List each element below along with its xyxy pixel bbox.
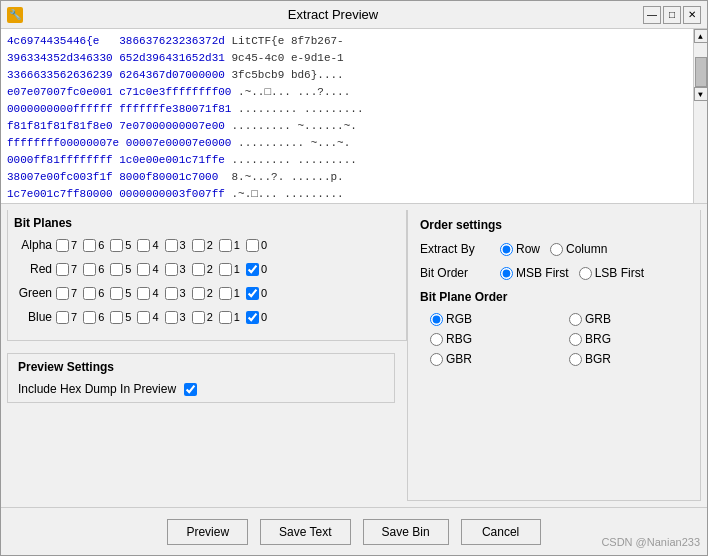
bit-cb-blue-5: 5	[110, 311, 131, 324]
bit-cb-alpha-2: 2	[192, 239, 213, 252]
checkbox-red-4[interactable]	[137, 263, 150, 276]
bit-label-blue-6: 6	[98, 311, 104, 323]
checkbox-blue-0[interactable]	[246, 311, 259, 324]
extract-row-option: Row	[500, 242, 540, 256]
save-bin-button[interactable]: Save Bin	[363, 519, 449, 545]
main-window: 🔧 Extract Preview — □ ✕ 4c6974435446{e 3…	[0, 0, 708, 556]
checkbox-green-7[interactable]	[56, 287, 69, 300]
bit-plane-radio-bgr[interactable]	[569, 353, 582, 366]
bit-plane-option-gbr: GBR	[430, 352, 549, 366]
checkbox-alpha-4[interactable]	[137, 239, 150, 252]
bit-plane-radio-brg[interactable]	[569, 333, 582, 346]
bit-plane-radio-rgb[interactable]	[430, 313, 443, 326]
checkbox-alpha-6[interactable]	[83, 239, 96, 252]
bit-plane-label-rgb: RGB	[446, 312, 472, 326]
checkbox-green-0[interactable]	[246, 287, 259, 300]
bit-plane-label-gbr: GBR	[446, 352, 472, 366]
bit-plane-radio-gbr[interactable]	[430, 353, 443, 366]
checkbox-blue-2[interactable]	[192, 311, 205, 324]
scroll-down-button[interactable]: ▼	[694, 87, 708, 101]
bit-label-green-0: 0	[261, 287, 267, 299]
extract-row-radio[interactable]	[500, 243, 513, 256]
bit-label-alpha-4: 4	[152, 239, 158, 251]
hex-scrollbar[interactable]: ▲ ▼	[693, 29, 707, 203]
checkbox-red-6[interactable]	[83, 263, 96, 276]
bit-label-green-4: 4	[152, 287, 158, 299]
checkbox-red-2[interactable]	[192, 263, 205, 276]
checkbox-alpha-1[interactable]	[219, 239, 232, 252]
checkbox-blue-4[interactable]	[137, 311, 150, 324]
bit-label-alpha-1: 1	[234, 239, 240, 251]
bit-label-alpha-7: 7	[71, 239, 77, 251]
hex-dump-checkbox[interactable]	[184, 383, 197, 396]
checkbox-alpha-0[interactable]	[246, 239, 259, 252]
checkbox-green-2[interactable]	[192, 287, 205, 300]
channel-label-red: Red	[14, 262, 52, 276]
checkbox-blue-6[interactable]	[83, 311, 96, 324]
preview-button[interactable]: Preview	[167, 519, 248, 545]
checkbox-blue-3[interactable]	[165, 311, 178, 324]
bit-cb-red-4: 4	[137, 263, 158, 276]
bit-order-label: Bit Order	[420, 266, 490, 280]
lsb-first-radio[interactable]	[579, 267, 592, 280]
checkbox-alpha-2[interactable]	[192, 239, 205, 252]
bit-label-green-5: 5	[125, 287, 131, 299]
order-settings-title: Order settings	[420, 218, 688, 232]
bit-plane-radio-rbg[interactable]	[430, 333, 443, 346]
checkbox-alpha-5[interactable]	[110, 239, 123, 252]
checkbox-green-3[interactable]	[165, 287, 178, 300]
bit-cb-green-7: 7	[56, 287, 77, 300]
scroll-up-button[interactable]: ▲	[694, 29, 708, 43]
channel-row-alpha: Alpha76543210	[14, 238, 400, 252]
checkbox-green-4[interactable]	[137, 287, 150, 300]
checkbox-blue-7[interactable]	[56, 311, 69, 324]
extract-column-radio[interactable]	[550, 243, 563, 256]
checkbox-alpha-7[interactable]	[56, 239, 69, 252]
bit-cb-green-2: 2	[192, 287, 213, 300]
scroll-thumb[interactable]	[695, 57, 707, 87]
bit-plane-order-section: Bit Plane Order RGBGRBRBGBRGGBRBGR	[420, 290, 688, 366]
checkbox-red-3[interactable]	[165, 263, 178, 276]
msb-first-label: MSB First	[516, 266, 569, 280]
bit-label-red-3: 3	[180, 263, 186, 275]
bit-cb-red-3: 3	[165, 263, 186, 276]
bit-plane-label-grb: GRB	[585, 312, 611, 326]
checkbox-red-0[interactable]	[246, 263, 259, 276]
bit-label-blue-3: 3	[180, 311, 186, 323]
bit-planes-panel: Bit Planes Alpha76543210Red76543210Green…	[7, 210, 407, 341]
checkbox-blue-5[interactable]	[110, 311, 123, 324]
checkbox-green-6[interactable]	[83, 287, 96, 300]
bit-label-blue-7: 7	[71, 311, 77, 323]
save-text-button[interactable]: Save Text	[260, 519, 350, 545]
bit-label-green-1: 1	[234, 287, 240, 299]
bit-label-blue-5: 5	[125, 311, 131, 323]
minimize-button[interactable]: —	[643, 6, 661, 24]
bit-plane-radio-grb[interactable]	[569, 313, 582, 326]
checkbox-red-1[interactable]	[219, 263, 232, 276]
checkbox-blue-1[interactable]	[219, 311, 232, 324]
bit-cb-green-3: 3	[165, 287, 186, 300]
bit-cb-alpha-0: 0	[246, 239, 267, 252]
checkbox-green-1[interactable]	[219, 287, 232, 300]
bit-cb-blue-4: 4	[137, 311, 158, 324]
checkbox-red-7[interactable]	[56, 263, 69, 276]
checkbox-green-5[interactable]	[110, 287, 123, 300]
bit-label-blue-4: 4	[152, 311, 158, 323]
hex-dump-label: Include Hex Dump In Preview	[18, 382, 176, 396]
watermark: CSDN @Nanian233	[601, 536, 700, 548]
bit-cb-alpha-1: 1	[219, 239, 240, 252]
bit-label-green-2: 2	[207, 287, 213, 299]
close-button[interactable]: ✕	[683, 6, 701, 24]
checkbox-red-5[interactable]	[110, 263, 123, 276]
bit-cb-green-5: 5	[110, 287, 131, 300]
cancel-button[interactable]: Cancel	[461, 519, 541, 545]
maximize-button[interactable]: □	[663, 6, 681, 24]
bit-cb-alpha-7: 7	[56, 239, 77, 252]
checkbox-alpha-3[interactable]	[165, 239, 178, 252]
bit-plane-radio-grid: RGBGRBRBGBRGGBRBGR	[420, 312, 688, 366]
msb-first-radio[interactable]	[500, 267, 513, 280]
bit-plane-option-rbg: RBG	[430, 332, 549, 346]
bit-plane-option-rgb: RGB	[430, 312, 549, 326]
bit-label-alpha-5: 5	[125, 239, 131, 251]
bit-cb-blue-2: 2	[192, 311, 213, 324]
